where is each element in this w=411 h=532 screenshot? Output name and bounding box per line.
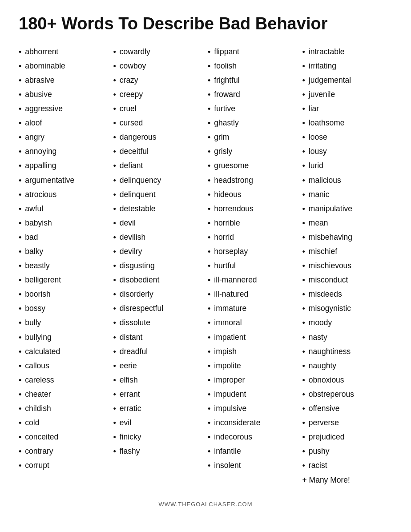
word-column-3: flippantfoolishfrightfulfrowardfurtivegh… [208,46,298,488]
list-item: detestable [113,203,204,215]
list-item: hurtful [208,260,298,272]
list-item: annoying [19,146,109,157]
list-item: erratic [113,403,204,415]
list-item: cruel [113,103,204,115]
list-item: moody [302,317,393,329]
list-item: abrasive [19,75,109,86]
list-item: headstrong [208,175,298,186]
list-item: cursed [113,117,204,129]
list-item: belligerent [19,274,109,286]
list-item: callous [19,360,109,372]
page-wrapper: 180+ Words To Describe Bad Behavior abho… [10,0,401,516]
word-columns: abhorrentabominableabrasiveabusiveaggres… [19,46,392,488]
list-item: ghastly [208,117,298,129]
list-item: misbehaving [302,232,393,243]
list-item: naughtiness [302,346,393,358]
more-label: + Many More! [302,475,393,486]
list-item: lurid [302,160,393,172]
list-item: deceitful [113,146,204,157]
list-item: distant [113,332,204,343]
list-item: eerie [113,360,204,372]
page-title: 180+ Words To Describe Bad Behavior [19,14,392,34]
list-item: mischief [302,246,393,258]
list-item: horrible [208,218,298,229]
list-item: contrary [19,446,109,457]
list-item: horrid [208,232,298,243]
list-item: abusive [19,89,109,101]
list-item: offensive [302,403,393,415]
list-item: prejudiced [302,431,393,443]
list-item: gruesome [208,160,298,172]
list-item: immoral [208,317,298,329]
list-item: flippant [208,46,298,58]
list-item: manic [302,189,393,201]
list-item: bully [19,317,109,329]
list-item: delinquent [113,189,204,201]
list-item: horseplay [208,246,298,258]
list-item: abhorrent [19,46,109,58]
list-item: disgusting [113,260,204,272]
list-item: abominable [19,60,109,72]
list-item: impudent [208,389,298,400]
list-item: judgemental [302,75,393,86]
list-item: cowboy [113,60,204,72]
list-item: careless [19,375,109,386]
list-item: mischievous [302,260,393,272]
list-item: impulsive [208,403,298,415]
list-item: grisly [208,146,298,157]
list-item: angry [19,132,109,143]
list-item: defiant [113,160,204,172]
list-item: irritating [302,60,393,72]
list-item: furtive [208,103,298,115]
list-item: devilry [113,246,204,258]
list-item: indecorous [208,431,298,443]
list-item: babyish [19,218,109,229]
list-item: ill-mannered [208,274,298,286]
list-item: misdeeds [302,289,393,300]
list-item: cheater [19,389,109,400]
list-item: obnoxious [302,375,393,386]
list-item: dangerous [113,132,204,143]
list-item: obstreperous [302,389,393,400]
list-item: argumentative [19,175,109,186]
list-item: errant [113,389,204,400]
list-item: naughty [302,360,393,372]
list-item: creepy [113,89,204,101]
list-item: pushy [302,446,393,457]
list-item: impish [208,346,298,358]
list-item: loose [302,132,393,143]
list-item: foolish [208,60,298,72]
list-item: horrendous [208,203,298,215]
list-item: frightful [208,75,298,86]
list-item: evil [113,417,204,429]
list-item: awful [19,203,109,215]
list-item: aloof [19,117,109,129]
list-item: juvenile [302,89,393,101]
list-item: lousy [302,146,393,157]
list-item: loathsome [302,117,393,129]
list-item: misconduct [302,274,393,286]
list-item: improper [208,375,298,386]
list-item: boorish [19,289,109,300]
list-item: atrocious [19,189,109,201]
list-item: misogynistic [302,303,393,314]
list-item: impolite [208,360,298,372]
list-item: inconsiderate [208,417,298,429]
list-item: cowardly [113,46,204,58]
footer: WWW.THEGOALCHASER.COM [19,501,392,508]
list-item: balky [19,246,109,258]
word-column-2: cowardlycowboycrazycreepycruelcurseddang… [113,46,204,488]
list-item: flashy [113,446,204,457]
list-item: aggressive [19,103,109,115]
list-item: bad [19,232,109,243]
list-item: hideous [208,189,298,201]
list-item: froward [208,89,298,101]
list-item: devilish [113,232,204,243]
list-item: devil [113,218,204,229]
list-item: ill-natured [208,289,298,300]
list-item: infantile [208,446,298,457]
list-item: childish [19,403,109,415]
list-item: immature [208,303,298,314]
word-column-4: intractableirritatingjudgementaljuvenile… [302,46,393,488]
list-item: appalling [19,160,109,172]
